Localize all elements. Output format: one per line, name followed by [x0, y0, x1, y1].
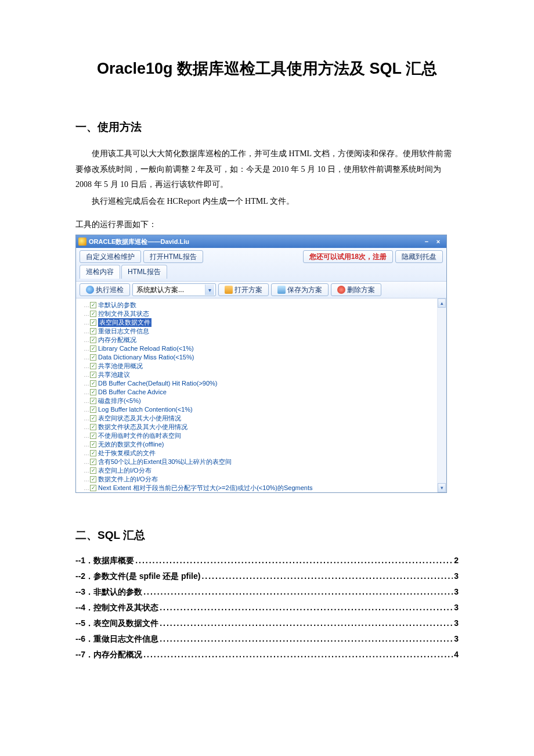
tree-item-label: 重做日志文件信息: [98, 327, 149, 336]
toc-row[interactable]: --6．重做日志文件信息3: [75, 634, 459, 645]
scroll-up-icon[interactable]: ▴: [438, 298, 446, 308]
tree-item-label: 数据文件状态及其大小使用情况: [98, 423, 187, 431]
tree-item[interactable]: …✓表空间及数据文件: [82, 318, 436, 327]
checkbox-icon[interactable]: ✓: [90, 354, 96, 361]
tree-branch-icon: …: [82, 362, 90, 370]
checkbox-icon[interactable]: ✓: [90, 424, 96, 430]
checkbox-icon[interactable]: ✓: [90, 319, 96, 326]
tree-item[interactable]: …✓内存分配概况: [82, 336, 436, 344]
tree-item-label: 无效的数据文件(offline): [98, 440, 164, 449]
tree-item[interactable]: …✓重做日志文件信息: [82, 327, 436, 336]
open-plan-button[interactable]: 打开方案: [218, 283, 269, 296]
tree-item[interactable]: …✓处于恢复模式的文件: [82, 449, 436, 458]
checkbox-icon[interactable]: ✓: [90, 389, 96, 395]
tree-item[interactable]: …✓Library Cache Reload Ratio(<1%): [82, 344, 436, 353]
tree-branch-icon: …: [82, 327, 90, 336]
toc-label: --2．参数文件(是 spfile 还是 pfile): [75, 571, 200, 582]
tab-html-report[interactable]: HTML报告: [121, 265, 167, 279]
tree-item[interactable]: …✓含有50个以上的Extent且30%以上碎片的表空间: [82, 458, 436, 466]
checkbox-icon[interactable]: ✓: [90, 302, 96, 308]
trial-register-button[interactable]: 您还可以试用18次，注册: [303, 250, 393, 263]
open-html-report-button[interactable]: 打开HTML报告: [143, 250, 203, 263]
scroll-down-icon[interactable]: ▾: [438, 483, 446, 492]
tree-item[interactable]: …✓表空间状态及其大小使用情况: [82, 414, 436, 423]
checkbox-icon[interactable]: ✓: [90, 398, 96, 404]
scrollbar[interactable]: ▴ ▾: [437, 298, 446, 492]
scroll-track[interactable]: [438, 308, 446, 483]
tree-item[interactable]: …✓磁盘排序(<5%): [82, 397, 436, 405]
checkbox-icon[interactable]: ✓: [90, 380, 96, 387]
tree-branch-icon: …: [82, 353, 90, 362]
checkbox-icon[interactable]: ✓: [90, 345, 96, 352]
custom-maintain-button[interactable]: 自定义巡检维护: [80, 250, 141, 263]
hide-tray-button[interactable]: 隐藏到托盘: [395, 250, 443, 263]
chevron-down-icon: ▾: [205, 285, 214, 295]
checkbox-icon[interactable]: ✓: [90, 328, 96, 334]
tree-item[interactable]: …✓非默认的参数: [82, 301, 436, 309]
tree-branch-icon: …: [82, 405, 90, 414]
tree-item[interactable]: …✓DB Buffer Cache(Default) Hit Ratio(>90…: [82, 379, 436, 388]
tree-item[interactable]: …✓Log Buffer latch Contention(<1%): [82, 405, 436, 414]
tree-item-label: 共享池使用概况: [98, 362, 143, 370]
tree-item[interactable]: …✓不使用临时文件的临时表空间: [82, 431, 436, 440]
toc-leader-dots: [160, 603, 453, 611]
save-icon: [277, 286, 286, 294]
toc-row[interactable]: --3．非默认的参数3: [75, 587, 459, 597]
toc-page-number: 3: [454, 603, 459, 612]
checkbox-icon[interactable]: ✓: [90, 441, 96, 448]
checkbox-icon[interactable]: ✓: [90, 311, 96, 317]
tree-item-label: 不使用临时文件的临时表空间: [98, 431, 181, 440]
checkbox-icon[interactable]: ✓: [90, 467, 96, 474]
tree-item[interactable]: …✓共享池使用概况: [82, 362, 436, 370]
save-plan-button[interactable]: 保存为方案: [271, 283, 329, 296]
tree-item-label: DB Buffer Cache(Default) Hit Ratio(>90%): [98, 379, 218, 388]
delete-plan-button[interactable]: 删除方案: [331, 283, 381, 296]
tree-branch-icon: …: [82, 397, 90, 405]
toc-page-number: 2: [454, 556, 459, 565]
tree-item[interactable]: …✓数据文件上的I/O分布: [82, 475, 436, 484]
plan-combo[interactable]: 系统默认方案... ▾: [132, 283, 216, 296]
tree-branch-icon: …: [82, 423, 90, 431]
tree-item[interactable]: …✓DB Buffer Cache Advice: [82, 388, 436, 397]
checkbox-icon[interactable]: ✓: [90, 406, 96, 413]
checkbox-icon[interactable]: ✓: [90, 337, 96, 343]
tree-item-label: 控制文件及其状态: [98, 309, 149, 318]
tree-item[interactable]: …✓表空间上的I/O分布: [82, 466, 436, 475]
checkbox-icon[interactable]: ✓: [90, 415, 96, 422]
checkbox-icon[interactable]: ✓: [90, 363, 96, 369]
tree-item[interactable]: …✓共享池建议: [82, 370, 436, 379]
checkbox-icon[interactable]: ✓: [90, 433, 96, 439]
tab-inspect-content[interactable]: 巡检内容: [80, 265, 120, 279]
toc-leader-dots: [143, 587, 453, 595]
toc-leader-dots: [160, 618, 453, 627]
tree-item[interactable]: …✓无效的数据文件(offline): [82, 440, 436, 449]
checkbox-icon[interactable]: ✓: [90, 459, 96, 465]
checkbox-icon[interactable]: ✓: [90, 476, 96, 483]
toc-row[interactable]: --4．控制文件及其状态3: [75, 603, 459, 613]
table-of-contents: --1．数据库概要2--2．参数文件(是 spfile 还是 pfile)3--…: [75, 556, 459, 660]
tree-item[interactable]: …✓控制文件及其状态: [82, 309, 436, 318]
tree-branch-icon: …: [82, 475, 90, 484]
toc-row[interactable]: --5．表空间及数据文件3: [75, 618, 459, 629]
checkbox-icon[interactable]: ✓: [90, 485, 96, 491]
checkbox-icon[interactable]: ✓: [90, 450, 96, 456]
tree-item[interactable]: …✓Next Extent 相对于段当前已分配字节过大(>=2倍)或过小(<10…: [82, 484, 436, 492]
tree-item[interactable]: …✓数据文件状态及其大小使用情况: [82, 423, 436, 431]
toc-row[interactable]: --2．参数文件(是 spfile 还是 pfile)3: [75, 571, 459, 582]
run-inspect-button[interactable]: 执行巡检: [80, 283, 130, 296]
toc-page-number: 4: [454, 650, 459, 659]
section-1-title: 一、使用方法: [75, 120, 459, 135]
tree-branch-icon: …: [82, 318, 90, 327]
toc-row[interactable]: --1．数据库概要2: [75, 556, 459, 566]
delete-plan-label: 删除方案: [347, 285, 375, 295]
tree-item[interactable]: …✓Data Dictionary Miss Ratio(<15%): [82, 353, 436, 362]
toc-label: --1．数据库概要: [75, 556, 134, 566]
checkbox-icon[interactable]: ✓: [90, 372, 96, 378]
toc-row[interactable]: --7．内存分配概况4: [75, 650, 459, 660]
close-button[interactable]: ×: [432, 238, 444, 245]
minimize-button[interactable]: −: [421, 238, 432, 245]
toc-label: --7．内存分配概况: [75, 650, 142, 660]
toc-leader-dots: [201, 571, 453, 579]
tree-view[interactable]: …✓非默认的参数…✓控制文件及其状态…✓表空间及数据文件…✓重做日志文件信息…✓…: [76, 298, 437, 492]
toc-label: --3．非默认的参数: [75, 587, 142, 597]
